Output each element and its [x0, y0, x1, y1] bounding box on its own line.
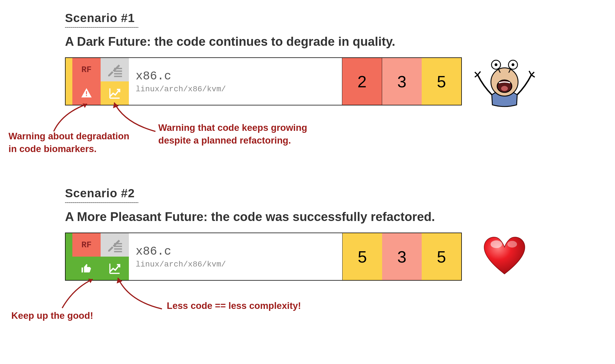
- svg-point-10: [501, 86, 508, 91]
- svg-rect-0: [114, 68, 122, 69]
- trend-up-icon: [108, 262, 121, 275]
- svg-rect-19: [114, 243, 122, 244]
- card1-left-stripe: [66, 58, 72, 105]
- scenario-1-header: Scenario #1 A Dark Future: the code cont…: [65, 11, 395, 49]
- pencil-lines-icon: [107, 237, 123, 253]
- svg-point-26: [507, 241, 517, 248]
- warning-icon: [80, 87, 93, 99]
- svg-point-15: [512, 63, 514, 66]
- svg-rect-2: [114, 73, 122, 74]
- card2-metrics: 5 3 5: [342, 233, 461, 280]
- svg-rect-20: [114, 246, 122, 247]
- card2-metric-1: 5: [342, 233, 382, 280]
- file-card-2: RF: [65, 233, 462, 281]
- card1-file-info: x86.c linux/arch/x86/kvm/: [129, 58, 342, 105]
- pencil-lines-icon: [107, 62, 123, 78]
- edit-icon-1: [101, 58, 129, 81]
- svg-rect-5: [86, 95, 87, 96]
- thumbs-cell-2: [72, 257, 101, 280]
- svg-rect-22: [114, 251, 122, 252]
- svg-rect-21: [114, 248, 122, 250]
- scenario-2-label: Scenario #2: [65, 187, 135, 201]
- svg-point-25: [491, 240, 502, 248]
- rf-badge-2: RF: [72, 233, 101, 257]
- card1-metrics: 2 3 5: [342, 58, 461, 105]
- card2-left-stripe: [66, 233, 72, 280]
- file-card-1: RF: [65, 57, 462, 105]
- card2-filepath: linux/arch/x86/kvm/: [136, 260, 342, 269]
- svg-point-12: [495, 63, 497, 66]
- arrow-biomarkers: [37, 102, 102, 133]
- anno-keepup: Keep up the good!: [11, 309, 93, 322]
- scream-doodle: [472, 55, 537, 110]
- scenario-1-label: Scenario #1: [65, 11, 135, 26]
- thumbs-up-icon: [81, 263, 92, 274]
- svg-marker-18: [113, 103, 119, 108]
- card1-badge-column: RF: [72, 58, 129, 105]
- card2-file-info: x86.c linux/arch/x86/kvm/: [129, 233, 342, 280]
- card2-badge-column: RF: [72, 233, 129, 280]
- card1-metric-2: 3: [382, 58, 422, 105]
- svg-rect-3: [114, 76, 122, 77]
- scenario-2-subtitle: A More Pleasant Future: the code was suc…: [65, 210, 435, 224]
- card1-metric-3: 5: [422, 58, 461, 105]
- rf-badge-1: RF: [72, 58, 101, 81]
- scenario-2-header: Scenario #2 A More Pleasant Future: the …: [65, 187, 435, 224]
- trend-up-icon: [108, 87, 121, 100]
- card2-filename: x86.c: [136, 245, 342, 258]
- card1-metric-1: 2: [342, 58, 382, 105]
- scenario-2-underline: [65, 202, 138, 203]
- card2-metric-2: 3: [382, 233, 422, 280]
- svg-rect-4: [86, 91, 87, 94]
- anno-biomarkers: Warning about degradation in code biomar…: [8, 130, 129, 155]
- warning-cell-1: [72, 81, 101, 105]
- svg-marker-28: [117, 278, 122, 283]
- card2-metric-3: 5: [422, 233, 461, 280]
- heart-icon: [480, 232, 529, 281]
- scenario-1-subtitle: A Dark Future: the code continues to deg…: [65, 34, 395, 49]
- anno-growth: Warning that code keeps growing despite …: [158, 122, 307, 147]
- scenario-1-underline: [65, 27, 138, 28]
- card1-filepath: linux/arch/x86/kvm/: [136, 85, 342, 94]
- edit-icon-2: [101, 233, 129, 257]
- anno-less: Less code == less complexity!: [167, 300, 301, 312]
- card1-filename: x86.c: [136, 70, 342, 83]
- svg-rect-1: [114, 70, 122, 72]
- arrow-keepup: [45, 277, 107, 311]
